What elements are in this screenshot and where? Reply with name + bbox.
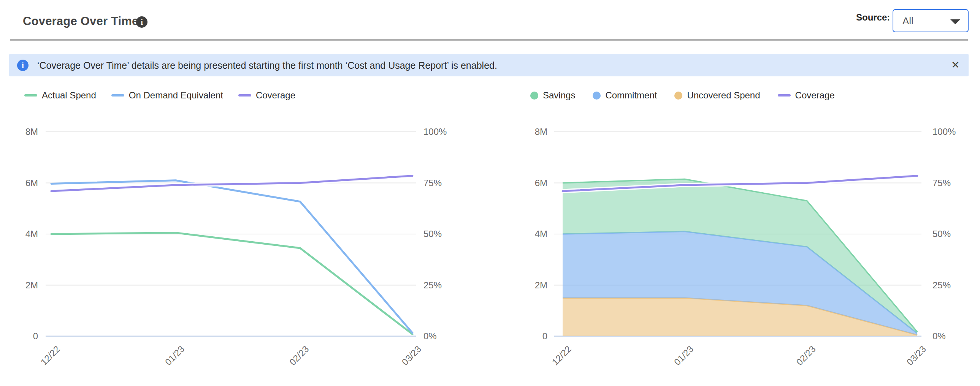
x-axis-tick-label: 12/22 [550, 344, 573, 367]
y-axis-left-tick-label: 4M [535, 229, 547, 239]
y-axis-right-tick-label: 100% [423, 127, 447, 137]
x-axis-tick-label: 02/23 [287, 344, 311, 367]
x-axis-tick-label: 01/23 [163, 344, 187, 367]
y-axis-left-tick-label: 6M [535, 178, 547, 188]
y-axis-right-tick-label: 50% [932, 229, 951, 239]
y-axis-left-tick-label: 0 [33, 331, 38, 341]
y-axis-left-tick-label: 8M [535, 127, 547, 137]
x-axis-tick-label: 03/23 [904, 344, 928, 367]
y-axis-right-tick-label: 25% [932, 280, 951, 290]
y-axis-right-tick-label: 100% [932, 127, 956, 137]
y-axis-right-tick-label: 25% [423, 280, 442, 290]
x-axis-tick-label: 12/22 [38, 344, 62, 367]
y-axis-right-tick-label: 75% [932, 178, 951, 188]
y-axis-right-tick-label: 0% [932, 331, 946, 341]
y-axis-right-tick-label: 75% [423, 178, 442, 188]
x-axis-tick-label: 02/23 [794, 344, 818, 367]
coverage-charts[interactable]: 8M100%6M75%4M50%2M25%00%12/2201/2302/230… [0, 0, 980, 386]
y-axis-left-tick-label: 6M [25, 178, 38, 188]
y-axis-left-tick-label: 2M [25, 280, 38, 290]
y-axis-right-tick-label: 50% [423, 229, 442, 239]
y-axis-left-tick-label: 4M [25, 229, 38, 239]
x-axis-tick-label: 03/23 [399, 344, 423, 367]
y-axis-right-tick-label: 0% [423, 331, 437, 341]
y-axis-left-tick-label: 2M [535, 280, 547, 290]
x-axis-tick-label: 01/23 [672, 344, 696, 367]
line-on-demand-equivalent[interactable] [51, 181, 412, 333]
y-axis-left-tick-label: 0 [542, 331, 547, 341]
y-axis-left-tick-label: 8M [25, 127, 38, 137]
line-actual-spend[interactable] [51, 233, 412, 334]
